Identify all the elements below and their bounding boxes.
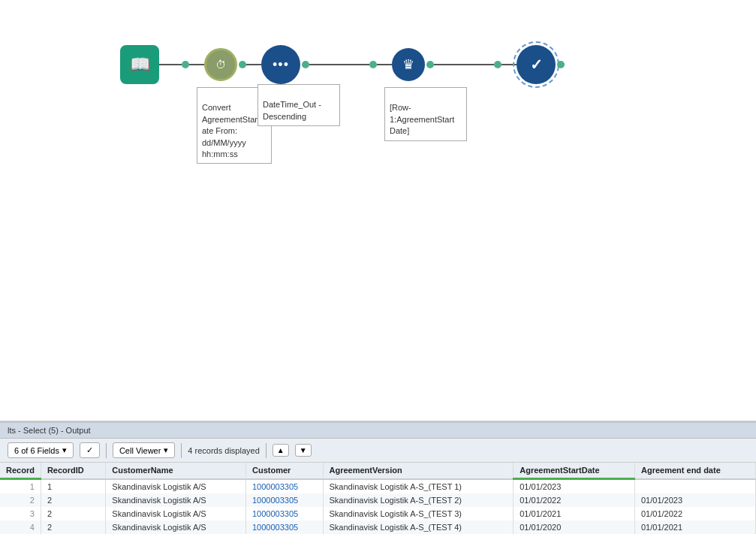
col-customer: Customer <box>246 463 324 479</box>
connector-dot-5 <box>426 61 434 68</box>
table-cell: Skandinavisk Logistik A-S_(TEST 4) <box>323 520 514 534</box>
connector-dot-7 <box>557 61 565 68</box>
table-cell: 1000003305 <box>246 479 324 494</box>
records-count: 4 records displayed <box>188 446 259 455</box>
node-transform[interactable]: ••• <box>261 45 300 84</box>
table-cell: 2 <box>41 493 105 507</box>
check-icon: ✓ <box>530 56 543 74</box>
table-cell: 3 <box>0 507 41 520</box>
node-input[interactable]: 📖 <box>120 45 159 84</box>
connector-dot-1 <box>182 61 189 68</box>
col-customername: CustomerName <box>106 463 246 479</box>
table-row: 11Skandinavisk Logistik A/S1000003305Ska… <box>0 479 756 494</box>
col-record: Record <box>0 463 41 479</box>
table-cell: 2 <box>41 520 105 534</box>
data-table: Record RecordID CustomerName Customer Ag… <box>0 463 756 534</box>
book-icon: 📖 <box>130 55 150 74</box>
connector-dot-3 <box>302 61 309 68</box>
table-cell: 1000003305 <box>246 520 324 534</box>
table-row: 42Skandinavisk Logistik A/S1000003305Ska… <box>0 520 756 534</box>
table-cell: 1000003305 <box>246 493 324 507</box>
connector-2 <box>189 64 204 65</box>
table-cell: 01/01/2020 <box>514 520 635 534</box>
table-cell: 01/01/2022 <box>514 493 635 507</box>
table-cell: Skandinavisk Logistik A/S <box>106 493 246 507</box>
table-cell: 2 <box>0 493 41 507</box>
chevron-down-icon-2: ▾ <box>164 445 168 455</box>
table-cell: 1 <box>41 479 105 494</box>
toolbar-separator-1 <box>106 443 107 458</box>
col-recordid: RecordID <box>41 463 105 479</box>
sort-up-button[interactable]: ▲ <box>273 444 289 457</box>
table-cell: 1 <box>0 479 41 494</box>
clock-icon: ⏱ <box>215 59 226 71</box>
table-cell: 01/01/2021 <box>635 520 756 534</box>
col-agreementstartdate: AgreementStartDate <box>514 463 635 479</box>
crown-icon: ♛ <box>402 56 414 73</box>
check-fields-button[interactable]: ✓ <box>80 442 100 458</box>
connector-7 <box>434 64 449 65</box>
connector-1 <box>159 64 182 65</box>
transform-tooltip: DateTime_Out - Descending <box>258 84 340 126</box>
connector-dot-6 <box>494 61 501 68</box>
checkmark-icon: ✓ <box>86 445 93 455</box>
table-cell: 4 <box>0 520 41 534</box>
connector-5 <box>324 64 369 65</box>
chevron-down-icon: ▾ <box>62 445 67 455</box>
toolbar-separator-3 <box>266 443 267 458</box>
node-output[interactable]: ✓ <box>517 45 556 84</box>
table-cell: 01/01/2021 <box>514 507 635 520</box>
table-cell: Skandinavisk Logistik A/S <box>106 507 246 520</box>
col-agreementversion: AgreementVersion <box>323 463 514 479</box>
col-agreementenddate: Agreement end date <box>635 463 756 479</box>
bottom-panel: lts - Select (5) - Output 6 of 6 Fields … <box>0 421 756 534</box>
table-cell: 01/01/2023 <box>635 493 756 507</box>
table-cell: 01/01/2023 <box>514 479 635 494</box>
table-cell: Skandinavisk Logistik A/S <box>106 479 246 494</box>
node-sort[interactable]: ♛ <box>392 48 425 81</box>
toolbar: 6 of 6 Fields ▾ ✓ Cell Viewer ▾ 4 record… <box>0 439 756 463</box>
sort-tooltip: [Row- 1:AgreementStart Date] <box>384 87 467 141</box>
table-row: 22Skandinavisk Logistik A/S1000003305Ska… <box>0 493 756 507</box>
table-cell <box>635 479 756 494</box>
table-container: Record RecordID CustomerName Customer Ag… <box>0 463 756 534</box>
dots-icon: ••• <box>273 57 289 73</box>
table-cell: Skandinavisk Logistik A-S_(TEST 2) <box>323 493 514 507</box>
connector-3 <box>246 64 261 65</box>
connector-dot-2 <box>239 61 246 68</box>
sort-down-button[interactable]: ▼ <box>295 444 312 457</box>
table-cell: 01/01/2022 <box>635 507 756 520</box>
connector-4 <box>309 64 324 65</box>
connector-9 <box>501 64 517 65</box>
table-body: 11Skandinavisk Logistik A/S1000003305Ska… <box>0 479 756 535</box>
table-cell: 1000003305 <box>246 507 324 520</box>
results-title: lts - Select (5) - Output <box>0 423 756 439</box>
table-cell: Skandinavisk Logistik A-S_(TEST 3) <box>323 507 514 520</box>
connector-8 <box>449 64 494 65</box>
toolbar-separator-2 <box>181 443 182 458</box>
fields-button[interactable]: 6 of 6 Fields ▾ <box>8 442 74 458</box>
workflow-container: 📖 ⏱ Convert AgreementStartD ate From: dd… <box>120 45 565 84</box>
table-cell: Skandinavisk Logistik A-S_(TEST 1) <box>323 479 514 494</box>
table-row: 32Skandinavisk Logistik A/S1000003305Ska… <box>0 507 756 520</box>
table-header-row: Record RecordID CustomerName Customer Ag… <box>0 463 756 479</box>
table-cell: 2 <box>41 507 105 520</box>
cell-viewer-button[interactable]: Cell Viewer ▾ <box>113 442 175 458</box>
table-cell: Skandinavisk Logistik A/S <box>106 520 246 534</box>
connector-dot-4 <box>369 61 377 68</box>
node-datetime[interactable]: ⏱ <box>204 48 237 81</box>
connector-6 <box>377 64 392 65</box>
canvas-area: 📖 ⏱ Convert AgreementStartD ate From: dd… <box>0 0 756 421</box>
